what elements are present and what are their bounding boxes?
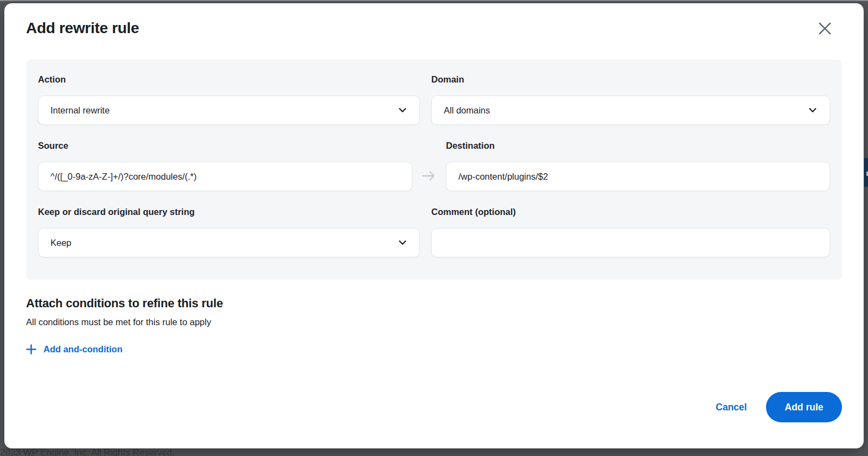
add-rule-button[interactable]: Add rule [766, 392, 842, 422]
close-button[interactable] [815, 18, 834, 38]
chevron-down-icon [397, 104, 409, 116]
destination-label: Destination [446, 140, 495, 151]
arrow-right-icon [421, 170, 436, 182]
rule-form-card: Action Domain Internal rewrite All domai… [26, 60, 842, 280]
copyright-text: 2023 WP Engine, Inc. All Rights Reserved… [0, 447, 175, 456]
query-string-select-value: Keep [50, 238, 72, 248]
close-icon [818, 21, 832, 36]
background-page-edge [0, 0, 868, 1]
chevron-down-icon [807, 104, 819, 116]
plus-icon [26, 344, 36, 354]
background-button-edge [864, 158, 868, 187]
add-rewrite-rule-dialog: Add rewrite rule Action Domain Internal … [4, 3, 864, 448]
domain-select-value: All domains [444, 105, 490, 116]
conditions-subtext: All conditions must be met for this rule… [26, 317, 211, 327]
source-input[interactable] [38, 162, 412, 191]
chevron-down-icon [397, 237, 409, 249]
source-label: Source [38, 140, 68, 151]
destination-input[interactable] [446, 162, 830, 191]
comment-input[interactable] [431, 228, 830, 257]
query-string-label: Keep or discard original query string [38, 206, 195, 217]
action-select-value: Internal rewrite [50, 105, 110, 116]
comment-label: Comment (optional) [431, 206, 516, 217]
action-select[interactable]: Internal rewrite [38, 96, 420, 125]
add-and-condition-label: Add and-condition [43, 344, 123, 354]
domain-label: Domain [431, 74, 464, 85]
domain-select[interactable]: All domains [431, 96, 830, 125]
add-and-condition-link[interactable]: Add and-condition [26, 344, 123, 354]
conditions-heading: Attach conditions to refine this rule [26, 296, 223, 311]
action-label: Action [38, 74, 66, 85]
cancel-button[interactable]: Cancel [701, 392, 762, 422]
query-string-select[interactable]: Keep [38, 228, 420, 257]
dialog-title: Add rewrite rule [26, 20, 139, 37]
